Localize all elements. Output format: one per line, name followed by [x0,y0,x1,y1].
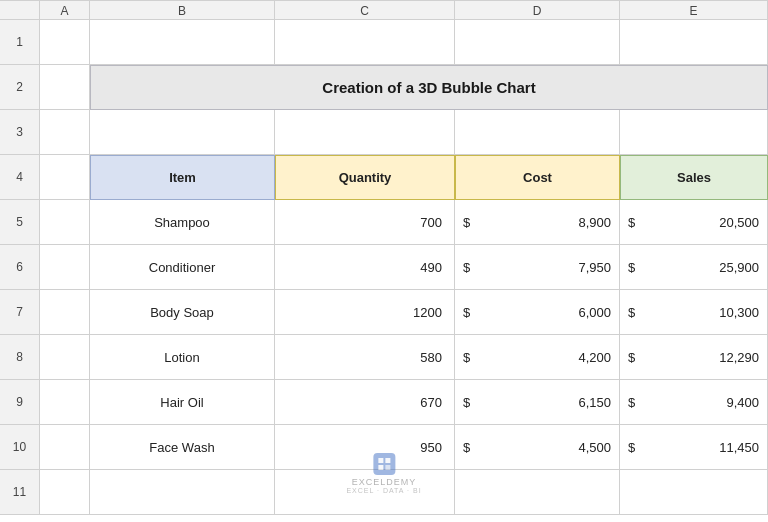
cell-e1[interactable] [620,20,768,65]
cell-cost-0[interactable]: $ 8,900 [455,200,620,245]
row-2: 2 Creation of a 3D Bubble Chart [0,65,768,110]
cell-sales-1[interactable]: $ 25,900 [620,245,768,290]
cell-a2[interactable] [40,65,90,110]
dollar-icon: $ [463,395,470,410]
col-header-b[interactable]: B [90,0,275,20]
row-6: 6 Conditioner 490 $ 7,950 $ 25,900 [0,245,768,290]
cost-header-label: Cost [523,170,552,185]
cell-item-5[interactable]: Face Wash [90,425,275,470]
row-num-1: 1 [0,20,40,65]
row-7: 7 Body Soap 1200 $ 6,000 $ 10,300 [0,290,768,335]
rows: 1 2 Creation of a 3D Bubble Chart 3 [0,20,768,515]
cell-sales-0[interactable]: $ 20,500 [620,200,768,245]
header-item[interactable]: Item [90,155,275,200]
cell-qty-1[interactable]: 490 [275,245,455,290]
col-header-a[interactable]: A [40,0,90,20]
row-num-4: 4 [0,155,40,200]
cell-b3[interactable] [90,110,275,155]
cell-a4[interactable] [40,155,90,200]
header-quantity[interactable]: Quantity [275,155,455,200]
cell-item-3[interactable]: Lotion [90,335,275,380]
cost-value-5: 4,500 [474,440,611,455]
dollar-icon: $ [463,305,470,320]
dollar-icon: $ [628,350,635,365]
dollar-icon: $ [628,395,635,410]
cell-a9[interactable] [40,380,90,425]
cell-sales-2[interactable]: $ 10,300 [620,290,768,335]
cost-value-3: 4,200 [474,350,611,365]
title-cell[interactable]: Creation of a 3D Bubble Chart [90,65,768,110]
cell-sales-3[interactable]: $ 12,290 [620,335,768,380]
cell-a6[interactable] [40,245,90,290]
column-headers: A B C D E [0,0,768,20]
row-num-3: 3 [0,110,40,155]
row-num-5: 5 [0,200,40,245]
watermark: exceldemy EXCEL · DATA · BI [346,453,421,494]
cost-value-2: 6,000 [474,305,611,320]
col-header-c[interactable]: C [275,0,455,20]
cell-d1[interactable] [455,20,620,65]
dollar-icon: $ [628,305,635,320]
row-1: 1 [0,20,768,65]
dollar-icon: $ [463,215,470,230]
sales-value-0: 20,500 [639,215,759,230]
cell-qty-2[interactable]: 1200 [275,290,455,335]
cost-value-4: 6,150 [474,395,611,410]
cell-sales-4[interactable]: $ 9,400 [620,380,768,425]
cell-d11[interactable] [455,470,620,515]
item-header-label: Item [169,170,196,185]
cell-e11[interactable] [620,470,768,515]
dollar-icon: $ [463,350,470,365]
spreadsheet: A B C D E 1 2 Creation of a 3D Bubble Ch… [0,0,768,522]
watermark-brand: exceldemy [352,477,417,487]
row-num-7: 7 [0,290,40,335]
row-num-10: 10 [0,425,40,470]
cell-item-0[interactable]: Shampoo [90,200,275,245]
cell-cost-1[interactable]: $ 7,950 [455,245,620,290]
row-num-6: 6 [0,245,40,290]
cell-cost-2[interactable]: $ 6,000 [455,290,620,335]
row-8: 8 Lotion 580 $ 4,200 $ 12,290 [0,335,768,380]
header-sales[interactable]: Sales [620,155,768,200]
chart-title: Creation of a 3D Bubble Chart [99,79,759,96]
cell-b1[interactable] [90,20,275,65]
cell-a10[interactable] [40,425,90,470]
cell-c1[interactable] [275,20,455,65]
svg-rect-2 [378,465,383,470]
cell-sales-5[interactable]: $ 11,450 [620,425,768,470]
cell-cost-5[interactable]: $ 4,500 [455,425,620,470]
cell-a5[interactable] [40,200,90,245]
cell-a1[interactable] [40,20,90,65]
cell-a11[interactable] [40,470,90,515]
cell-b11[interactable] [90,470,275,515]
cell-qty-3[interactable]: 580 [275,335,455,380]
cell-a7[interactable] [40,290,90,335]
sales-value-3: 12,290 [639,350,759,365]
sales-value-5: 11,450 [639,440,759,455]
row-4: 4 Item Quantity Cost Sales [0,155,768,200]
dollar-icon: $ [628,215,635,230]
svg-rect-3 [385,465,390,470]
cell-item-2[interactable]: Body Soap [90,290,275,335]
quantity-header-label: Quantity [339,170,392,185]
col-header-e[interactable]: E [620,0,768,20]
cell-d3[interactable] [455,110,620,155]
sales-value-2: 10,300 [639,305,759,320]
row-num-9: 9 [0,380,40,425]
cell-item-4[interactable]: Hair Oil [90,380,275,425]
cell-qty-4[interactable]: 670 [275,380,455,425]
header-cost[interactable]: Cost [455,155,620,200]
row-3: 3 [0,110,768,155]
cell-a3[interactable] [40,110,90,155]
cell-c3[interactable] [275,110,455,155]
cell-cost-4[interactable]: $ 6,150 [455,380,620,425]
cell-qty-0[interactable]: 700 [275,200,455,245]
row-num-8: 8 [0,335,40,380]
cell-cost-3[interactable]: $ 4,200 [455,335,620,380]
cell-a8[interactable] [40,335,90,380]
col-header-d[interactable]: D [455,0,620,20]
row-num-11: 11 [0,470,40,515]
cell-e3[interactable] [620,110,768,155]
row-num-2: 2 [0,65,40,110]
cell-item-1[interactable]: Conditioner [90,245,275,290]
